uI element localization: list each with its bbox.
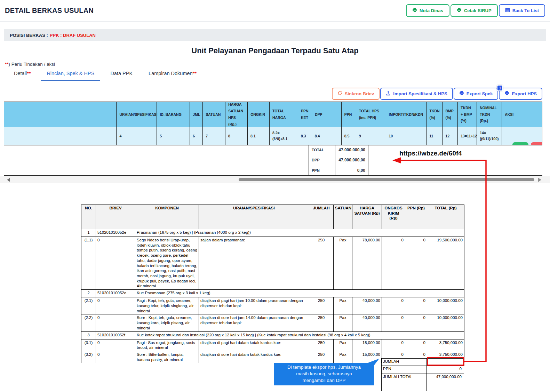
- col-header-jml: JML: [190, 102, 203, 127]
- col-header-satuan: SATUAN: [203, 102, 225, 127]
- scrollbar-thumb[interactable]: [239, 178, 534, 181]
- posisi-berkas-value: PPK : DRAF USULAN: [50, 33, 96, 38]
- cetak-sirup-button[interactable]: Cetak SIRUP: [451, 4, 498, 17]
- printer-icon: [504, 91, 509, 97]
- doc-item-row: (2.2) 0 Sore : Kopi, teh, gula, creamer,…: [81, 314, 464, 331]
- col-header-nominal-tkdn: NOMINAL TKDN (Rp.): [477, 102, 502, 127]
- printer-icon: [457, 8, 462, 14]
- col-header-ongkir: ONGKIR: [248, 102, 270, 127]
- doc-header-row: NO. BRIEV KOMPONEN URAIAN/SPESIFIKASI JU…: [81, 205, 464, 229]
- col-header-total-harga: TOTAL HARGA: [270, 102, 298, 127]
- printer-icon: [412, 8, 417, 14]
- hps-export-preview-table: NO. BRIEV KOMPONEN URAIAN/SPESIFIKASI JU…: [81, 205, 464, 363]
- total-value: 47.000.000,00: [335, 145, 368, 155]
- col-header-frozen: [4, 102, 117, 127]
- rincian-table-colnum-row: 4 5 6 7 8 8.1 8.2= (6*8)+8.1 8.3 8.4 8.5…: [4, 127, 542, 145]
- summary-jumlah-row: JUMLAH: [381, 358, 464, 366]
- dpp-label: DPP: [309, 155, 335, 165]
- col-header-bmp-pct: BMP (%): [443, 102, 458, 127]
- doc-summary: JUMLAH PPN 0 JUMLAH TOTAL 47,000,000.00: [381, 358, 464, 391]
- ppn-label: PPN: [309, 165, 335, 175]
- dpp-value: 47.000.000,00: [335, 155, 368, 165]
- doc-group-row: 3 510201010052f Kue kotak rapat strukura…: [81, 331, 464, 339]
- col-header-import-tkdn: IMPORT/TKDN/KDN: [386, 102, 427, 127]
- doc-group-row: 2 510201010052o Kue Prasmanan (275 org x…: [81, 290, 464, 297]
- col-header-harga-satuan: HARGA SATUAN HPS (Rp.): [225, 102, 248, 127]
- tab-lampiran-dokumen[interactable]: Lampiran Dokumen**: [143, 68, 202, 81]
- nota-dinas-button[interactable]: Nota Dinas: [406, 4, 449, 17]
- doc-item-row: (2.1) 0 Pagi : Kopi, teh, gula, creamer,…: [81, 297, 464, 314]
- col-header-ppn: PPN: [342, 102, 356, 127]
- doc-group-row: 1 510201010052e Prasmanan (1675 org x 5 …: [81, 229, 464, 237]
- detail-berkas-usulan-page: DETAIL BERKAS USULAN Nota Dinas Cetak SI…: [0, 0, 550, 392]
- page-header-title: DETAIL BERKAS USULAN: [5, 7, 94, 15]
- col-header-aksi: AKSI: [502, 102, 542, 127]
- horizontal-scrollbar: [0, 176, 550, 183]
- doc-item-row: (1.1) 0 Sego Ndeso berisi Urap-urap, lod…: [81, 237, 464, 290]
- aksi-cell: [502, 127, 542, 145]
- action-note: **) Perlu Tindakan / aksi: [5, 62, 55, 67]
- ppn-value: 0,00: [335, 165, 368, 175]
- col-header-tkdn-bmp: TKDN + BMP (%): [458, 102, 477, 127]
- scroll-right-arrow-icon[interactable]: [538, 178, 541, 182]
- rincian-table-header-row: URAIAN/SPESIFIKASI ID. BARANG JML SATUAN…: [4, 102, 542, 127]
- import-spesifikasi-hps-button[interactable]: Import Spesifikasi & HPS: [380, 88, 453, 100]
- printer-icon: [459, 91, 464, 97]
- annotation-url: https://wbze.de/60f4: [399, 150, 462, 157]
- tab-rincian-spek-hps[interactable]: Rincian, Spek & HPS: [41, 68, 100, 81]
- scroll-left-arrow-icon[interactable]: [7, 178, 10, 182]
- posisi-berkas-label: POSISI BERKAS :: [10, 33, 48, 38]
- tab-data-ppk[interactable]: Data PPK: [105, 68, 138, 81]
- tab-bar: Detail** Rincian, Spek & HPS Data PPK La…: [8, 68, 202, 81]
- col-header-total-hps: TOTAL HPS (inc. PPN): [356, 102, 386, 127]
- sinkron-briev-button[interactable]: Sinkron Briev: [332, 88, 380, 100]
- total-label: TOTAL: [309, 145, 335, 155]
- col-header-dpp: DPP: [312, 102, 342, 127]
- summary-jumlah-value: [427, 359, 464, 366]
- callout-note: Di template ekspor hps, Jumlahnya masih …: [274, 363, 374, 385]
- sync-icon: [337, 91, 342, 97]
- page-title: Unit Pelayanan Pengadaan Terpadu Satu At…: [0, 46, 550, 55]
- table-list-icon: [505, 8, 510, 14]
- tab-detail[interactable]: Detail**: [8, 68, 36, 81]
- back-to-list-button[interactable]: Back To List: [499, 4, 545, 17]
- col-header-uraian: URAIAN/SPESIFIKASI: [117, 102, 157, 127]
- rincian-hps-table: URAIAN/SPESIFIKASI ID. BARANG JML SATUAN…: [4, 102, 542, 145]
- posisi-berkas-bar: POSISI BERKAS : PPK : DRAF USULAN: [4, 29, 546, 41]
- header-buttons: Nota Dinas Cetak SIRUP Back To List: [406, 4, 545, 17]
- col-header-id-barang: ID. BARANG: [157, 102, 190, 127]
- export-spek-button[interactable]: Export Spek: [454, 88, 499, 100]
- summary-ppn-row: PPN 0: [381, 366, 464, 374]
- export-hps-badge: 1: [497, 85, 503, 91]
- top-header: DETAIL BERKAS USULAN Nota Dinas Cetak SI…: [0, 0, 550, 22]
- ppn-row: PPN 0,00: [4, 165, 542, 176]
- doc-item-row: (3.1) 0 Pagi : Sus rogut, jongkong, sosi…: [81, 339, 464, 351]
- col-header-tkdn-pct: TKDN (%): [427, 102, 443, 127]
- export-hps-button[interactable]: 1 Export HPS: [499, 88, 542, 100]
- summary-jumlah-total-row: JUMLAH TOTAL 47,000,000.00: [381, 374, 464, 391]
- col-header-ppn-ket: PPN KET: [298, 102, 312, 127]
- upload-icon: [386, 91, 391, 97]
- table-toolbar: Sinkron Briev Import Spesifikasi & HPS E…: [332, 88, 542, 100]
